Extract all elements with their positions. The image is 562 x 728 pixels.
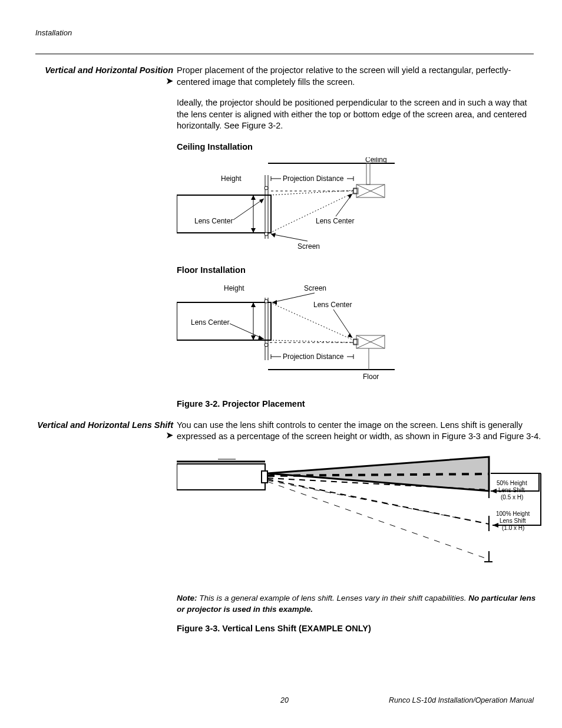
svg-marker-32 (251, 302, 256, 307)
diagram-floor: Height Screen Lens Center (177, 281, 424, 387)
label-proj-dist-f: Projection Distance (283, 353, 344, 361)
svg-marker-25 (348, 194, 352, 199)
svg-marker-41 (258, 335, 264, 340)
svg-marker-23 (259, 199, 264, 203)
svg-marker-39 (348, 333, 352, 338)
label-100-2: Lens Shift (500, 518, 526, 524)
svg-rect-18 (353, 189, 357, 193)
note-body: This is a general example of lens shift.… (197, 594, 469, 602)
para-ideal: Ideally, the projector should be positio… (177, 97, 534, 132)
header-rule (35, 54, 534, 54)
svg-line-22 (233, 199, 264, 220)
svg-point-37 (265, 343, 268, 347)
label-50-2: Lens Shift (498, 487, 525, 493)
label-screen: Screen (297, 242, 320, 251)
svg-marker-13 (251, 228, 256, 233)
label-100-3: (1.0 x H) (502, 525, 524, 531)
page-number: 20 (280, 696, 289, 704)
fig32-caption: Figure 3-2. Projector Placement (177, 398, 534, 410)
svg-line-43 (270, 340, 353, 342)
floor-install-title: Floor Installation (177, 265, 534, 276)
svg-rect-1 (366, 163, 370, 185)
arrow-icon: ➤ (166, 76, 173, 85)
svg-marker-12 (251, 195, 256, 200)
label-ceiling: Ceiling (365, 157, 387, 164)
fig33-caption: Figure 3-3. Vertical Lens Shift (EXAMPLE… (177, 623, 542, 635)
svg-line-67 (267, 482, 489, 559)
svg-marker-75 (492, 523, 498, 528)
label-50-1: 50% Height (497, 480, 527, 486)
doc-title: Runco LS-10d Installation/Operation Manu… (389, 696, 534, 704)
ceiling-install-title: Ceiling Installation (177, 141, 534, 153)
label-height: Height (221, 174, 242, 183)
svg-rect-60 (177, 464, 265, 490)
svg-line-38 (333, 309, 352, 338)
svg-marker-27 (271, 233, 276, 238)
svg-point-17 (265, 232, 268, 236)
label-lens-center-l: Lens Center (194, 217, 233, 225)
page-footer: 20 Runco LS-10d Installation/Operation M… (35, 696, 534, 704)
para-placement: Proper placement of the projector relati… (177, 65, 534, 88)
arrow-icon: ➤ (166, 430, 173, 440)
svg-point-16 (265, 186, 268, 190)
svg-line-40 (230, 324, 264, 339)
svg-line-26 (271, 234, 308, 241)
label-lens-center-r: Lens Center (316, 217, 354, 225)
svg-line-20 (270, 193, 353, 233)
label-100-1: 100% Height (496, 510, 530, 517)
section-position: Vertical and Horizontal Position ➤ Prope… (35, 65, 534, 420)
label-50-3: (0.5 x H) (501, 494, 523, 500)
diagram-lens-shift: Screen Center 0% (177, 452, 542, 582)
svg-rect-61 (262, 471, 267, 483)
label-lens-center-lf: Lens Center (191, 318, 229, 327)
svg-marker-33 (251, 335, 256, 340)
label-height-f: Height (224, 284, 244, 292)
header-section-label: Installation (35, 28, 534, 37)
svg-point-36 (265, 299, 268, 303)
svg-rect-49 (353, 340, 357, 344)
section-lens-shift: Vertical and Horizontal Lens Shift ➤ You… (35, 420, 534, 644)
label-floor: Floor (363, 373, 379, 381)
label-lens-center-rf: Lens Center (313, 301, 352, 309)
note-label: Note: (177, 594, 197, 602)
diagram-ceiling: Ceiling Projection Distance Height (177, 157, 424, 258)
side-heading-position: Vertical and Horizontal Position (45, 65, 173, 76)
svg-rect-10 (177, 195, 271, 233)
page: Installation Vertical and Horizontal Pos… (0, 0, 562, 728)
svg-marker-72 (491, 489, 497, 493)
fig33-note: Note: This is a general example of lens … (177, 593, 542, 614)
label-proj-dist: Projection Distance (283, 174, 344, 183)
side-heading-lensshift: Vertical and Horizontal Lens Shift (37, 420, 173, 431)
svg-line-28 (272, 293, 315, 302)
para-lensshift: You can use the lens shift controls to c… (177, 420, 542, 443)
label-screen-f: Screen (304, 284, 326, 292)
